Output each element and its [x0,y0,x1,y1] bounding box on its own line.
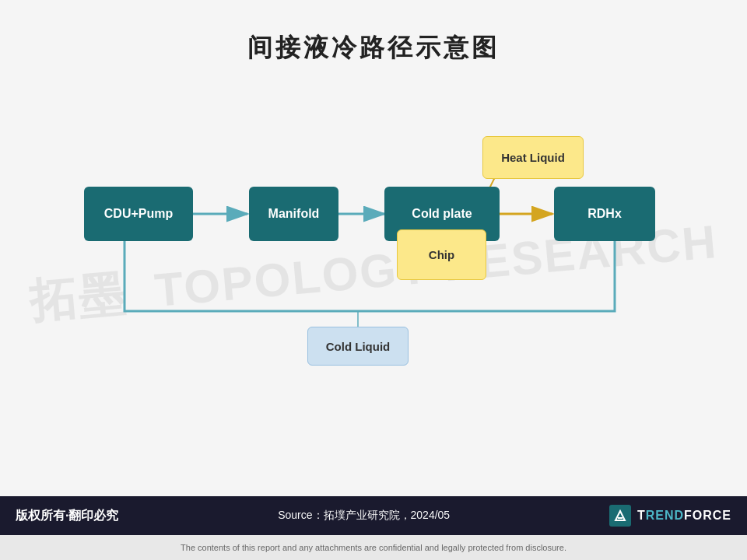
manifold-box: Manifold [249,187,338,241]
logo-text: TRENDFORCE [637,509,731,523]
copyright-text: 版权所有·翻印必究 [16,508,118,524]
trendforce-logo: TRENDFORCE [609,505,731,527]
rdhx-box: RDHx [554,187,655,241]
main-content: 间接液冷路径示意图 拓墨 TOPOLOGY RESEARCH [0,0,747,513]
cdu-pump-box: CDU+Pump [84,187,193,241]
logo-icon [609,505,631,527]
page-title: 间接液冷路径示意图 [0,0,747,65]
diagram-area: 拓墨 TOPOLOGY RESEARCH [0,93,747,451]
cold-liquid-box: Cold Liquid [307,327,409,366]
footer-dark: 版权所有·翻印必究 Source：拓墣产业研究院，2024/05 TRENDFO… [0,496,747,535]
arrows-svg [0,93,747,451]
source-text: Source：拓墣产业研究院，2024/05 [118,509,608,523]
svg-marker-8 [615,511,625,520]
heat-liquid-box: Heat Liquid [482,136,584,179]
footer-disclaimer: The contents of this report and any atta… [0,535,747,560]
chip-box: Chip [397,229,486,280]
